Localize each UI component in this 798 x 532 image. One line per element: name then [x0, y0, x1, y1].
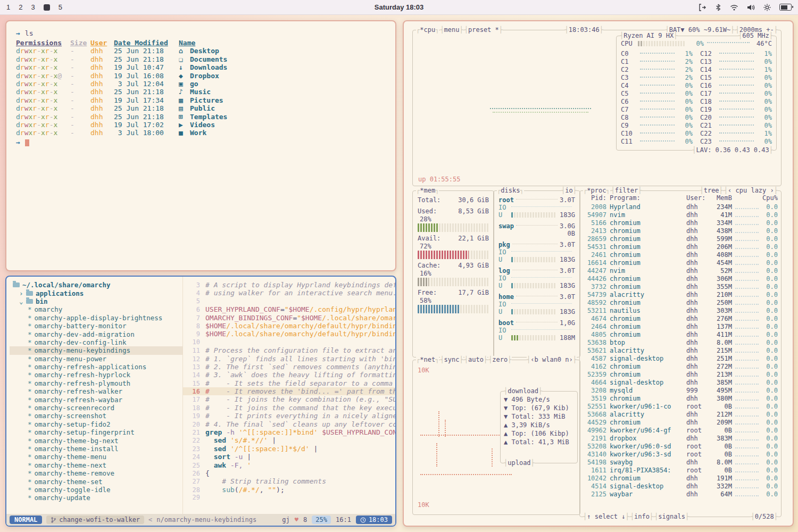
process-row[interactable]: 54531chromiumdhh206M0.0 — [583, 243, 778, 251]
process-row[interactable]: 44247nvimdhh52M0.0 — [583, 267, 778, 275]
process-row[interactable]: 52551kworker/u96:1-coroot0B0.0 — [583, 403, 778, 411]
code-line[interactable]: 19# - It prints everything in a nicely a… — [183, 412, 395, 420]
tree-file-item[interactable]: *omarchy-theme-set — [10, 477, 182, 485]
process-row[interactable]: 3519chromiumdhh380M0.0 — [583, 395, 778, 403]
file-name[interactable]: ▣go — [179, 80, 198, 88]
tree-file-item[interactable]: *omarchy-setup-fingerprint — [10, 428, 182, 436]
process-row[interactable]: 54907nvimdhh41M0.0 — [583, 211, 778, 219]
process-row[interactable]: 4805chromiumdhh411M0.0 — [583, 331, 778, 339]
sync-label[interactable]: ┤sync├ — [440, 356, 463, 364]
logout-icon[interactable] — [698, 3, 706, 12]
btop-window[interactable]: ┌*cpu┐┤menu├┤preset *├ ┤18:03:46├ ┤BAT▼ … — [403, 20, 794, 527]
tree-file-item[interactable]: *omarchy-dev-add-migration — [10, 330, 182, 338]
process-row[interactable]: 4514signal-desktopdhh332M0.0 — [583, 483, 778, 491]
process-row[interactable]: 2464chromiumdhh137M0.0 — [583, 323, 778, 331]
code-line[interactable]: 18# - It joins the command that the key … — [183, 404, 395, 412]
process-row[interactable]: 2413chromiumdhh438M0.0 — [583, 227, 778, 235]
tree-file-item[interactable]: *omarchy-refresh-walker — [10, 387, 182, 395]
file-name[interactable]: ❏Documents — [179, 55, 227, 63]
file-name[interactable]: ◆Dropbox — [179, 72, 219, 80]
process-row[interactable]: 2125waybardhh64M0.0 — [583, 491, 778, 498]
file-name[interactable]: ▤Public — [179, 104, 215, 112]
process-row[interactable]: 48592chromiumdhh250M0.0 — [583, 299, 778, 307]
process-row[interactable]: 10242chromiumdhh191M0.0 — [583, 475, 778, 483]
tree-label[interactable]: ┤tree├ — [700, 187, 722, 195]
code-line[interactable]: 12# 1. `grep` finds all lines starting w… — [183, 355, 395, 363]
code-line[interactable]: 25 awk -F, ' — [183, 461, 395, 469]
process-row[interactable]: 16614chromiumdhh454M0.0 — [583, 259, 778, 267]
tree-file-item[interactable]: *omarchy-screenshot — [10, 412, 182, 420]
code-line[interactable]: 24 sort -u | — [183, 453, 395, 461]
tree-file-item[interactable]: *omarchy-toggle-idle — [10, 486, 182, 494]
process-row[interactable]: 28659chromiumdhh599M0.0 — [583, 235, 778, 243]
tree-file-item[interactable]: *omarchy-dev-config-link — [10, 338, 182, 346]
workspace-3[interactable]: 3 — [31, 3, 35, 11]
process-row[interactable]: 4664signal-desktopdhh385M0.0 — [583, 379, 778, 387]
process-row[interactable]: 44529chromiumdhh209M0.0 — [583, 419, 778, 427]
header-program[interactable]: Program: — [610, 194, 686, 202]
wifi-icon[interactable] — [730, 3, 738, 12]
code-line[interactable]: 22 sed 's/#.*//' | — [183, 436, 395, 444]
code-line[interactable]: 26{ — [183, 469, 395, 477]
process-row[interactable]: 43140kworker/u96:3-sdroot0B0.0 — [583, 451, 778, 459]
code-line[interactable]: 5 — [183, 297, 395, 305]
preset-label[interactable]: ┤preset *├ — [464, 26, 503, 34]
code-line[interactable]: 7OMARCHY_BINDINGS_CONF="$HOME/.local/sha… — [183, 314, 395, 322]
tree-file-item[interactable]: *omarchy-refresh-applications — [10, 363, 182, 371]
io-label[interactable]: ┤io├ — [561, 187, 577, 195]
tree-file-item[interactable]: *omarchy-theme-install — [10, 445, 182, 453]
header-user[interactable]: User: — [686, 194, 709, 202]
code-line[interactable]: 23 sed '/^[[:space:]]*$/d' | — [183, 445, 395, 453]
process-row[interactable]: 1611irq/81-PIXA3854:root0B0.0 — [583, 467, 778, 475]
header-memb[interactable]: MemB — [709, 194, 732, 202]
volume-icon[interactable] — [746, 3, 755, 12]
workspace-2[interactable]: 2 — [19, 3, 22, 11]
battery-icon[interactable] — [779, 4, 792, 11]
process-row[interactable]: 54739alacrittydhh210M0.0 — [583, 291, 778, 299]
process-row[interactable]: 3732chromiumdhh355M0.0 — [583, 283, 778, 291]
auto-label[interactable]: ┤auto├ — [464, 356, 487, 364]
workspace-1[interactable]: 1 — [6, 3, 10, 11]
code-line[interactable]: 11# Process the configuration file to ex… — [183, 346, 395, 354]
code-line[interactable]: 27 # Strip trailing comments — [183, 477, 395, 485]
process-row[interactable]: 4587signal-desktopdhh251M0.0 — [583, 355, 778, 363]
code-line[interactable]: 13# 2. The first `sed` removes comments … — [183, 363, 395, 371]
code-line[interactable]: 8$HOME/.local/share/omarchy/default/hypr… — [183, 322, 395, 330]
workspace-5[interactable]: 5 — [59, 3, 62, 11]
file-name[interactable]: ↓Downloads — [179, 63, 227, 71]
process-row[interactable]: 53638btopdhh8.0M0.0 — [583, 339, 778, 347]
zero-label[interactable]: ┤zero├ — [488, 356, 511, 364]
process-row[interactable]: 44426chromiumdhh306M0.0 — [583, 275, 778, 283]
file-name[interactable]: ▶Videos — [179, 121, 215, 129]
neovim-window[interactable]: ~/.local/share/omarchy›applications⌄bin*… — [5, 276, 396, 527]
process-row[interactable]: 53668alacrittydhh212M0.0 — [583, 411, 778, 419]
process-row[interactable]: 4674chromiumdhh276M0.0 — [583, 315, 778, 323]
code-line[interactable]: 28 sub(/#.*/, ""); — [183, 486, 395, 494]
terminal-window[interactable]: → ls Permissions Size User Date Modified… — [5, 20, 396, 271]
file-name[interactable]: ⌂Desktop — [179, 47, 219, 55]
process-row[interactable]: 53208kworker/u96:0-sdroot0B0.0 — [583, 443, 778, 451]
file-name[interactable]: ⊞Templates — [179, 113, 227, 121]
code-line[interactable]: 6USER_HYPRLAND_CONF="$HOME/.config/hypr/… — [183, 305, 395, 313]
file-tree-panel[interactable]: ~/.local/share/omarchy›applications⌄bin*… — [6, 277, 183, 514]
tree-file-item[interactable]: *omarchy-screenrecord — [10, 404, 182, 412]
tree-file-item[interactable]: *omarchy-battery-monitor — [10, 322, 182, 330]
tree-file-item[interactable]: *omarchy-refresh-plymouth — [10, 379, 182, 387]
process-row[interactable]: 4162chromiumdhh272M0.0 — [583, 363, 778, 371]
process-row[interactable]: 52359chromiumdhh213M0.0 — [583, 371, 778, 379]
process-row[interactable]: 53211nautilusdhh303M0.0 — [583, 307, 778, 315]
bluetooth-icon[interactable] — [714, 3, 722, 12]
info-label[interactable]: ┤info├ — [630, 513, 653, 521]
code-editor[interactable]: 3# A script to display Hyprland keybindi… — [183, 277, 395, 514]
process-row[interactable]: 3208mysqld999495M0.0 — [583, 387, 778, 395]
tree-file-item[interactable]: *omarchy-theme-next — [10, 461, 182, 469]
tree-file-item[interactable]: *omarchy-theme-remove — [10, 469, 182, 477]
code-line[interactable]: 20# 4. The final `sed` cleans up any lef… — [183, 420, 395, 428]
select-label[interactable]: ┤↑ select ↓├ — [583, 513, 629, 521]
code-line[interactable]: 3# A script to display Hyprland keybindi… — [183, 281, 395, 289]
code-line[interactable]: 14# 3. `awk` does the heavy lifting of f… — [183, 371, 395, 379]
signals-label[interactable]: ┤signals├ — [654, 513, 689, 521]
workspace-4-active-indicator[interactable] — [44, 4, 50, 11]
b-wlan0-n-label[interactable]: ┤‹b wlan0 n›├ — [527, 356, 577, 364]
process-row[interactable]: 2008Hyprlanddhh234M0.0 — [583, 203, 778, 211]
